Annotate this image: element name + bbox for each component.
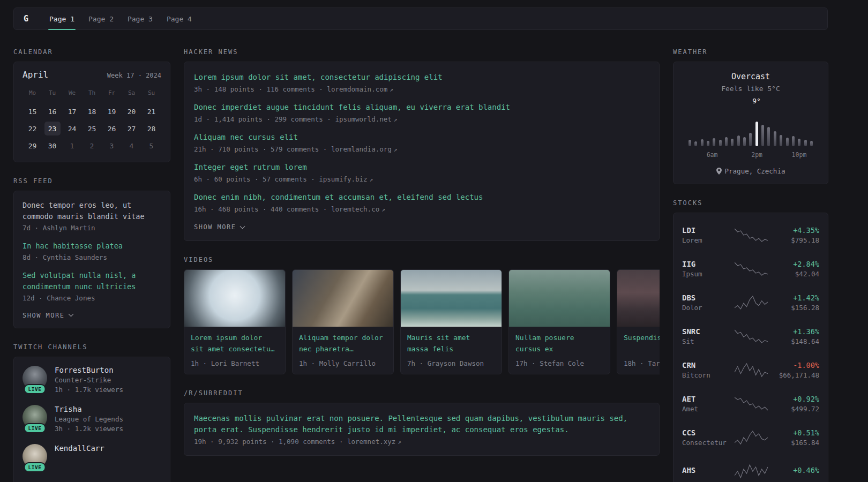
weather-bar bbox=[774, 131, 776, 146]
stock-values: +1.42% $156.28 bbox=[770, 293, 819, 312]
hn-item-domain-link[interactable]: loremlandia.org↗ bbox=[331, 145, 398, 153]
hn-item-title[interactable]: Lorem ipsum dolor sit amet, consectetur … bbox=[194, 72, 649, 83]
section-title-twitch: TWITCH CHANNELS bbox=[13, 343, 170, 351]
stock-info: SNRC Sit bbox=[682, 327, 732, 345]
hn-item-meta: 21h · 710 points · 579 comments · loreml… bbox=[194, 145, 649, 153]
calendar-grid: Mo Tu We Th Fr Sa Su 15 16 17 18 19 20 2… bbox=[23, 86, 161, 154]
twitch-avatar-wrap: LIVE bbox=[23, 366, 47, 390]
weather-hour-labels: 6am2pm10pm bbox=[689, 151, 813, 159]
header-tab[interactable]: Page 2 bbox=[81, 8, 121, 29]
stock-info: AET Amet bbox=[682, 395, 732, 413]
stock-values: +0.92% $499.72 bbox=[770, 395, 819, 413]
external-link-icon: ↗ bbox=[381, 206, 385, 213]
external-link-icon: ↗ bbox=[390, 86, 393, 93]
section-title-weather: WEATHER bbox=[673, 48, 828, 56]
weather-bar bbox=[701, 139, 704, 146]
twitch-channel[interactable]: LIVE KendallCarr bbox=[23, 444, 161, 469]
twitch-channel-info: ForrestBurton Counter-Strike 1h · 1.7k v… bbox=[55, 366, 123, 394]
twitch-channel-name: KendallCarr bbox=[55, 444, 104, 453]
stock-price: $795.18 bbox=[770, 236, 819, 244]
stock-price: $148.64 bbox=[770, 337, 819, 345]
weather-bar bbox=[719, 140, 722, 146]
calendar-day: 22 bbox=[23, 120, 42, 137]
stock-row[interactable]: AET Amet +0.92% $499.72 bbox=[682, 387, 819, 420]
video-title[interactable]: Lorem ipsum dolor sit amet consectetu… bbox=[191, 332, 279, 355]
video-body: Lorem ipsum dolor sit amet consectetu… 1… bbox=[184, 327, 285, 374]
stock-row[interactable]: AHS +0.46% bbox=[682, 454, 819, 482]
video-card[interactable]: Nullam posuere cursus ex 17h · Stefan Co… bbox=[508, 269, 610, 374]
weather-feels-like: Feels like 5°C bbox=[682, 85, 819, 93]
stock-sparkline bbox=[732, 362, 770, 378]
hn-item-title[interactable]: Donec enim nibh, condimentum et accumsan… bbox=[194, 192, 649, 203]
calendar-day: 5 bbox=[141, 137, 161, 154]
video-title[interactable]: Nullam posuere cursus ex bbox=[515, 332, 603, 355]
chevron-down-icon bbox=[240, 223, 245, 229]
twitch-channel[interactable]: LIVE ForrestBurton Counter-Strike 1h · 1… bbox=[23, 366, 161, 394]
video-meta: 1h · Molly Carrillo bbox=[299, 359, 387, 367]
calendar-month: April bbox=[23, 70, 48, 80]
stock-change: +4.35% bbox=[770, 226, 819, 235]
hn-item: Integer eget rutrum lorem 6h · 60 points… bbox=[194, 162, 649, 183]
video-title[interactable]: Mauris sit amet massa felis bbox=[407, 332, 495, 355]
stock-symbol: DBS bbox=[682, 293, 732, 302]
video-card[interactable]: Aliquam tempor dolor nec pharetra… 1h · … bbox=[292, 269, 394, 374]
video-card[interactable]: Lorem ipsum dolor sit amet consectetu… 1… bbox=[184, 269, 286, 374]
video-title[interactable]: Suspendisse diam bbox=[624, 332, 660, 355]
twitch-avatar-wrap: LIVE bbox=[23, 405, 47, 430]
rss-item-title[interactable]: In hac habitasse platea bbox=[23, 240, 161, 252]
calendar-day: 1 bbox=[62, 137, 82, 154]
stock-row[interactable]: IIG Ipsum +2.84% $42.04 bbox=[682, 252, 819, 285]
video-title[interactable]: Aliquam tempor dolor nec pharetra… bbox=[299, 332, 387, 355]
stock-info: AHS bbox=[682, 466, 732, 476]
header-tab[interactable]: Page 4 bbox=[160, 8, 199, 29]
stock-symbol: CRN bbox=[682, 361, 732, 370]
video-card[interactable]: Suspendisse diam 18h · Tara bbox=[617, 269, 660, 374]
external-link-icon: ↗ bbox=[394, 146, 398, 153]
sparkline-chart bbox=[735, 362, 768, 378]
rss-show-more-button[interactable]: SHOW MORE bbox=[23, 312, 73, 319]
calendar-day: 21 bbox=[141, 103, 161, 120]
stock-price: $165.84 bbox=[770, 439, 819, 447]
rss-item-title[interactable]: Donec tempor eros leo, ut commodo mauris… bbox=[23, 200, 161, 222]
weather-condition: Overcast bbox=[682, 72, 819, 81]
stock-sparkline bbox=[732, 463, 770, 479]
stock-change: +2.84% bbox=[770, 260, 819, 268]
weather-bar bbox=[798, 139, 800, 146]
rss-item-title[interactable]: Sed volutpat nulla nisl, a condimentum n… bbox=[23, 270, 161, 292]
hn-item-title[interactable]: Donec imperdiet augue tincidunt felis al… bbox=[194, 102, 649, 113]
stock-change: -1.00% bbox=[770, 361, 819, 370]
dashboard: G Page 1 Page 2 Page 3 Page 4 CALENDAR A… bbox=[0, 0, 868, 482]
stock-row[interactable]: CRN Bitcorn -1.00% $66,171.48 bbox=[682, 353, 819, 387]
sparkline-chart bbox=[735, 328, 768, 344]
weather-bar bbox=[725, 137, 728, 146]
weather-bar bbox=[755, 122, 758, 146]
weather-bar bbox=[767, 127, 770, 146]
hn-item-title[interactable]: Aliquam nec cursus elit bbox=[194, 132, 649, 143]
video-card[interactable]: Mauris sit amet massa felis 7h · Grayson… bbox=[400, 269, 502, 374]
header-tab[interactable]: Page 3 bbox=[121, 8, 160, 29]
stock-row[interactable]: CCS Consectetur +0.51% $165.84 bbox=[682, 420, 819, 454]
rss-item-meta: 7d · Ashlyn Martin bbox=[23, 224, 161, 232]
stock-row[interactable]: DBS Dolor +1.42% $156.28 bbox=[682, 285, 819, 319]
sparkline-chart bbox=[735, 430, 768, 446]
weather-location: Prague, Czechia bbox=[682, 167, 819, 175]
hn-item-domain-link[interactable]: loremtech.co↗ bbox=[331, 205, 385, 213]
subreddit-post-domain-link[interactable]: loremnet.xyz↗ bbox=[347, 438, 401, 446]
hn-item-title[interactable]: Integer eget rutrum lorem bbox=[194, 162, 649, 173]
hn-item-domain-link[interactable]: loremdomain.com↗ bbox=[327, 85, 393, 93]
twitch-channel-meta: 1h · 1.7k viewers bbox=[55, 386, 123, 394]
weather-bar bbox=[810, 141, 813, 146]
hn-item-domain-link[interactable]: ipsumworld.net↗ bbox=[335, 115, 397, 123]
stock-row[interactable]: SNRC Sit +1.36% $148.64 bbox=[682, 319, 819, 353]
rss-section: RSS FEED Donec tempor eros leo, ut commo… bbox=[13, 177, 170, 328]
twitch-channel[interactable]: LIVE Trisha League of Legends 3h · 1.2k … bbox=[23, 405, 161, 433]
calendar-weekday-label: We bbox=[62, 86, 82, 103]
logo[interactable]: G bbox=[24, 8, 42, 29]
hn-item-meta-text: 3h · 148 points · 116 comments · bbox=[194, 85, 327, 93]
hn-item-domain-link[interactable]: ipsumify.biz↗ bbox=[319, 175, 373, 183]
subreddit-post-title[interactable]: Maecenas mollis pulvinar erat non posuer… bbox=[194, 413, 649, 435]
header-tab[interactable]: Page 1 bbox=[42, 8, 81, 29]
hackernews-show-more-button[interactable]: SHOW MORE bbox=[194, 223, 244, 231]
stock-row[interactable]: LDI Lorem +4.35% $795.18 bbox=[682, 218, 819, 252]
twitch-channel-meta: 3h · 1.2k viewers bbox=[55, 425, 123, 433]
